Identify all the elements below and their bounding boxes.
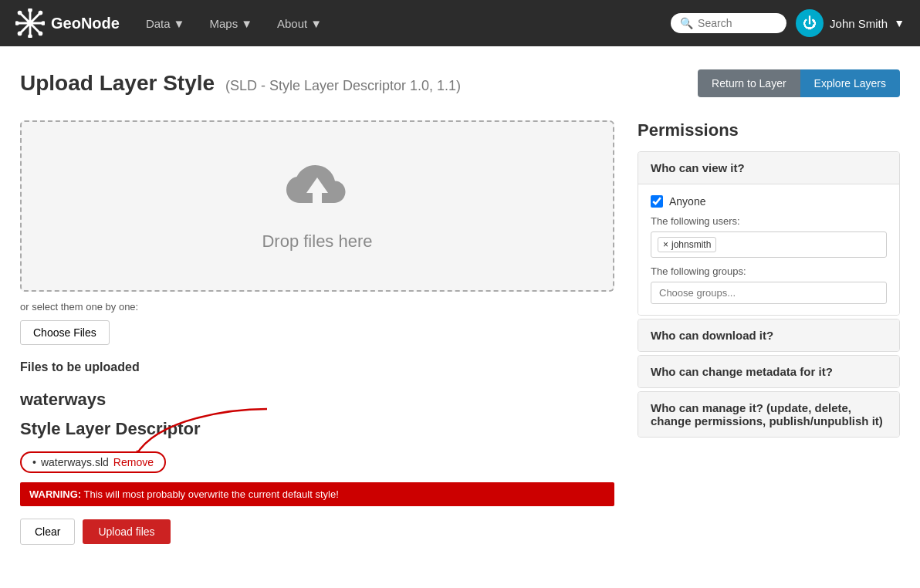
- left-panel: Drop files here or select them one by on…: [20, 120, 614, 545]
- explore-layers-button[interactable]: Explore Layers: [800, 69, 900, 97]
- content-layout: Drop files here or select them one by on…: [20, 120, 900, 545]
- groups-input[interactable]: [651, 282, 887, 304]
- warning-prefix: WARNING:: [29, 488, 81, 500]
- upload-files-button[interactable]: Upload files: [83, 519, 170, 544]
- user-name: John Smith: [830, 17, 888, 30]
- title-area: Upload Layer Style (SLD - Style Layer De…: [20, 71, 461, 96]
- svg-point-12: [18, 32, 22, 36]
- svg-point-6: [28, 34, 32, 38]
- file-bullet: •: [32, 456, 36, 468]
- return-to-layer-button[interactable]: Return to Layer: [698, 69, 800, 97]
- page-header: Upload Layer Style (SLD - Style Layer De…: [20, 69, 900, 97]
- users-tag-input[interactable]: × johnsmith: [651, 231, 887, 258]
- svg-point-7: [15, 21, 19, 25]
- right-panel: Permissions Who can view it? Anyone The …: [638, 120, 900, 545]
- permissions-metadata-header[interactable]: Who can change metadata for it?: [638, 356, 899, 387]
- navbar: GeoNode Data ▼ Maps ▼ About ▼ 🔍 ⏻ John S…: [0, 0, 920, 46]
- user-tag-johnsmith: × johnsmith: [658, 237, 716, 252]
- search-input[interactable]: [698, 17, 777, 29]
- permissions-section-view: Who can view it? Anyone The following us…: [638, 151, 900, 316]
- search-box[interactable]: 🔍: [671, 13, 786, 33]
- permissions-section-download: Who can download it?: [638, 319, 900, 352]
- maps-dropdown-icon: ▼: [241, 17, 252, 30]
- about-dropdown-icon: ▼: [310, 17, 322, 30]
- files-to-upload-label: Files to be uploaded: [20, 360, 614, 374]
- remove-file-link[interactable]: Remove: [113, 456, 154, 468]
- nav-about[interactable]: About ▼: [266, 11, 333, 36]
- permissions-section-manage: Who can manage it? (update, delete, chan…: [638, 391, 900, 438]
- file-item-area: • waterways.sld Remove: [20, 451, 614, 473]
- anyone-checkbox-row: Anyone: [651, 195, 887, 208]
- nav-maps[interactable]: Maps ▼: [198, 11, 263, 36]
- drop-files-text: Drop files here: [262, 231, 372, 252]
- user-dropdown-icon: ▼: [894, 17, 905, 29]
- permissions-view-body: Anyone The following users: × johnsmith …: [638, 184, 899, 315]
- nav-data[interactable]: Data ▼: [135, 11, 196, 36]
- anyone-label: Anyone: [669, 195, 705, 208]
- user-area[interactable]: ⏻ John Smith ▼: [796, 9, 905, 37]
- drop-zone[interactable]: Drop files here: [20, 120, 614, 292]
- select-one-label: or select them one by one:: [20, 301, 614, 313]
- following-groups-label: The following groups:: [651, 265, 887, 277]
- tag-label-johnsmith: johnsmith: [671, 239, 711, 250]
- clear-button[interactable]: Clear: [20, 519, 75, 545]
- following-users-label: The following users:: [651, 215, 887, 227]
- navbar-brand[interactable]: GeoNode: [15, 8, 120, 38]
- geonode-logo-icon: [15, 8, 45, 38]
- permissions-title: Permissions: [638, 120, 900, 140]
- layer-name: waterways: [20, 390, 614, 410]
- anyone-checkbox[interactable]: [651, 195, 663, 208]
- search-icon: 🔍: [680, 17, 693, 29]
- svg-point-11: [39, 11, 43, 15]
- permissions-manage-header[interactable]: Who can manage it? (update, delete, chan…: [638, 392, 899, 437]
- page-subtitle: (SLD - Style Layer Descriptor 1.0, 1.1): [225, 78, 461, 93]
- warning-message: This will most probably overwrite the cu…: [84, 488, 339, 500]
- permissions-view-header[interactable]: Who can view it?: [638, 152, 899, 184]
- permissions-section-metadata: Who can change metadata for it?: [638, 355, 900, 388]
- header-buttons: Return to Layer Explore Layers: [698, 69, 900, 97]
- data-dropdown-icon: ▼: [174, 17, 185, 30]
- nav-right: 🔍 ⏻ John Smith ▼: [671, 9, 905, 37]
- file-name: waterways.sld: [41, 456, 109, 468]
- main-container: Upload Layer Style (SLD - Style Layer De…: [5, 46, 915, 568]
- file-item: • waterways.sld Remove: [20, 451, 166, 473]
- svg-point-10: [39, 32, 43, 36]
- upload-cloud-icon: [286, 161, 348, 222]
- choose-files-button[interactable]: Choose Files: [20, 320, 110, 345]
- svg-point-9: [18, 11, 22, 15]
- user-power-icon: ⏻: [796, 9, 824, 37]
- permissions-download-header[interactable]: Who can download it?: [638, 319, 899, 351]
- brand-name: GeoNode: [51, 15, 120, 32]
- svg-point-8: [41, 21, 45, 25]
- bottom-buttons: Clear Upload files: [20, 519, 614, 545]
- nav-menu: Data ▼ Maps ▼ About ▼: [135, 11, 671, 36]
- page-title: Upload Layer Style: [20, 71, 215, 95]
- svg-point-5: [28, 8, 32, 12]
- style-section-title: Style Layer Descriptor: [20, 419, 614, 439]
- tag-remove-johnsmith[interactable]: ×: [663, 239, 668, 250]
- warning-bar: WARNING: This will most probably overwri…: [20, 482, 614, 506]
